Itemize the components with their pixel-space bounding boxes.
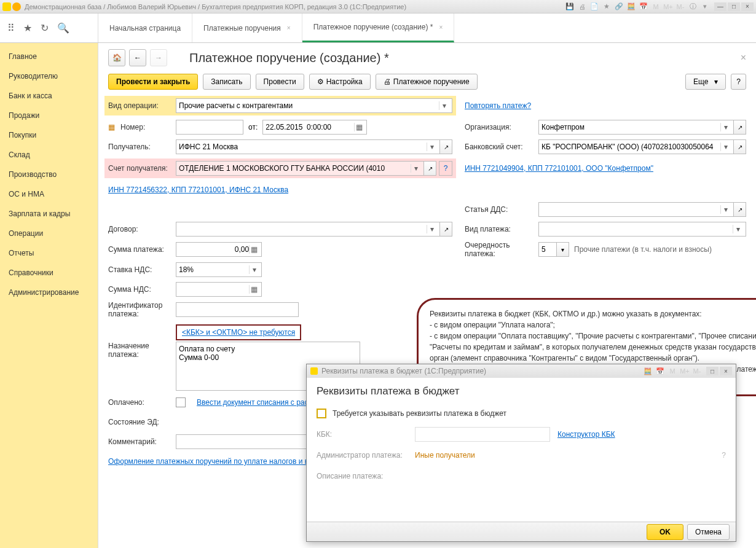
back-button[interactable]: ← (129, 49, 146, 66)
sidebar-item-reports[interactable]: Отчеты (0, 243, 98, 263)
sidebar-item-catalogs[interactable]: Справочники (0, 263, 98, 283)
history-icon[interactable]: ↻ (41, 22, 49, 34)
payment-id-field[interactable] (176, 302, 299, 317)
close-page-button[interactable]: × (741, 52, 746, 63)
m-icon: M (668, 367, 677, 375)
require-requisites-checkbox[interactable] (317, 409, 326, 418)
org-label: Организация: (465, 123, 538, 131)
sidebar-item-sales[interactable]: Продажи (0, 106, 98, 125)
maximize-button[interactable]: □ (728, 2, 740, 11)
priority-field[interactable] (538, 242, 557, 257)
paid-checkbox[interactable] (176, 397, 186, 407)
bank-acc-field[interactable]: ▾ (538, 139, 734, 154)
tab-payment-create[interactable]: Платежное поручение (создание) *× (302, 14, 455, 42)
post-and-close-button[interactable]: Провести и закрыть (108, 74, 198, 90)
print-icon[interactable]: 🖨 (578, 2, 586, 11)
repeat-payment-link[interactable]: Повторять платеж? (465, 101, 531, 110)
op-type-field[interactable]: ▾ (176, 98, 452, 113)
help-icon[interactable]: ? (439, 161, 452, 176)
sidebar-item-bank[interactable]: Банк и касса (0, 86, 98, 106)
close-icon[interactable]: × (439, 24, 443, 31)
sidebar-item-assets[interactable]: ОС и НМА (0, 184, 98, 204)
org-inn-link[interactable]: ИНН 7721049904, КПП 772101001, ООО "Конф… (465, 164, 653, 173)
page-title: Платежное поручение (создание) * (189, 51, 389, 65)
kbk-link[interactable]: <КБК> и <ОКТМО> не требуются (182, 328, 295, 337)
vat-sum-field[interactable]: ▦ (176, 282, 262, 297)
close-button[interactable]: × (741, 2, 754, 11)
sidebar: Главное Руководителю Банк и касса Продаж… (0, 43, 98, 548)
app-orb-icon (12, 2, 21, 11)
org-field[interactable]: ▾ (538, 120, 734, 135)
sidebar-item-purchases[interactable]: Покупки (0, 125, 98, 145)
settings-button[interactable]: ⚙Настройка (309, 74, 371, 90)
pay-type-label: Вид платежа: (465, 225, 538, 233)
payment-id-label: Идентификатор платежа: (108, 301, 176, 318)
calc-icon[interactable]: 🧮 (627, 2, 636, 11)
recipient-inn-link[interactable]: ИНН 7721456322, КПП 772101001, ИФНС 21 М… (108, 186, 288, 194)
minimize-button[interactable]: — (714, 2, 726, 11)
sidebar-item-production[interactable]: Производство (0, 165, 98, 184)
dd-icon[interactable]: ▾ (701, 2, 709, 11)
link-icon[interactable]: 🔗 (615, 2, 623, 11)
open-button[interactable]: ↗ (424, 161, 436, 176)
sidebar-item-hr[interactable]: Зарплата и кадры (0, 204, 98, 224)
vat-rate-field[interactable]: ▾ (176, 262, 262, 277)
calc-icon[interactable]: 🧮 (644, 367, 652, 375)
pay-type-field[interactable]: ▾ (538, 222, 746, 237)
post-button[interactable]: Провести (256, 74, 304, 90)
info-icon[interactable]: ⓘ (688, 2, 697, 11)
sidebar-item-operations[interactable]: Операции (0, 224, 98, 243)
save-icon[interactable]: 💾 (565, 2, 574, 11)
dds-label: Статья ДДС: (465, 205, 538, 214)
cancel-button[interactable]: Отмена (687, 524, 730, 540)
modal-close-button[interactable]: × (720, 367, 732, 375)
calendar-icon[interactable]: 📅 (656, 367, 664, 375)
chevron-down-icon[interactable]: ▾ (557, 242, 569, 257)
admin-value: Иные получатели (415, 451, 475, 460)
budget-requisites-modal: Реквизиты платежа в бюджет (1С:Предприят… (306, 364, 736, 542)
rec-account-field[interactable]: ▾ (176, 161, 424, 176)
help-icon[interactable]: ? (722, 451, 726, 460)
open-button[interactable]: ↗ (734, 120, 746, 135)
tab-home[interactable]: Начальная страница (98, 14, 192, 42)
close-icon[interactable]: × (287, 25, 291, 31)
print-order-button[interactable]: 🖨Платежное поручение (376, 74, 478, 90)
apps-icon[interactable]: ⠿ (7, 22, 15, 34)
forward-button[interactable]: → (150, 49, 167, 66)
save-button[interactable]: Записать (203, 74, 250, 90)
amount-field[interactable]: ▦ (176, 242, 262, 257)
open-button[interactable]: ↗ (734, 202, 746, 217)
more-button[interactable]: Еще▾ (685, 74, 726, 90)
tax-orders-link[interactable]: Оформление платежных поручений по уплате… (108, 457, 332, 466)
home-button[interactable]: 🏠 (108, 49, 125, 66)
recipient-field[interactable]: ▾ (176, 139, 440, 154)
titlebar-tools: 💾 🖨 📄 ★ 🔗 🧮 📅 M M+ M- ⓘ ▾ (565, 2, 709, 11)
contract-field[interactable]: ▾ (176, 222, 440, 237)
open-button[interactable]: ↗ (440, 222, 452, 237)
search-icon[interactable]: 🔍 (57, 22, 69, 34)
dds-field[interactable]: ▾ (538, 202, 734, 217)
help-button[interactable]: ? (731, 74, 746, 90)
sidebar-item-main[interactable]: Главное (0, 47, 98, 66)
sidebar-item-warehouse[interactable]: Склад (0, 145, 98, 165)
calendar-icon[interactable]: 📅 (639, 2, 648, 11)
calc-icon[interactable]: ▦ (249, 245, 259, 254)
favorite-icon[interactable]: ★ (23, 22, 32, 34)
sidebar-item-manager[interactable]: Руководителю (0, 66, 98, 86)
ok-button[interactable]: OK (647, 524, 683, 540)
tab-payments[interactable]: Платежные поручения× (192, 14, 302, 42)
kbk-constructor-link[interactable]: Конструктор КБК (557, 430, 615, 439)
chevron-down-icon[interactable]: ▾ (439, 101, 449, 110)
main-toolbar: ⠿ ★ ↻ 🔍 Начальная страница Платежные пор… (0, 14, 756, 43)
open-button[interactable]: ↗ (440, 139, 452, 154)
date-field[interactable]: ▦ (262, 120, 367, 135)
kbk-field[interactable] (415, 427, 550, 442)
calc-icon[interactable]: ▦ (249, 285, 259, 294)
doc-icon[interactable]: 📄 (590, 2, 599, 11)
modal-restore-button[interactable]: □ (706, 367, 719, 375)
number-field[interactable] (176, 120, 243, 135)
sidebar-item-admin[interactable]: Администрирование (0, 283, 98, 302)
open-button[interactable]: ↗ (734, 139, 746, 154)
calendar-icon[interactable]: ▦ (354, 123, 364, 131)
star-icon[interactable]: ★ (602, 2, 611, 11)
